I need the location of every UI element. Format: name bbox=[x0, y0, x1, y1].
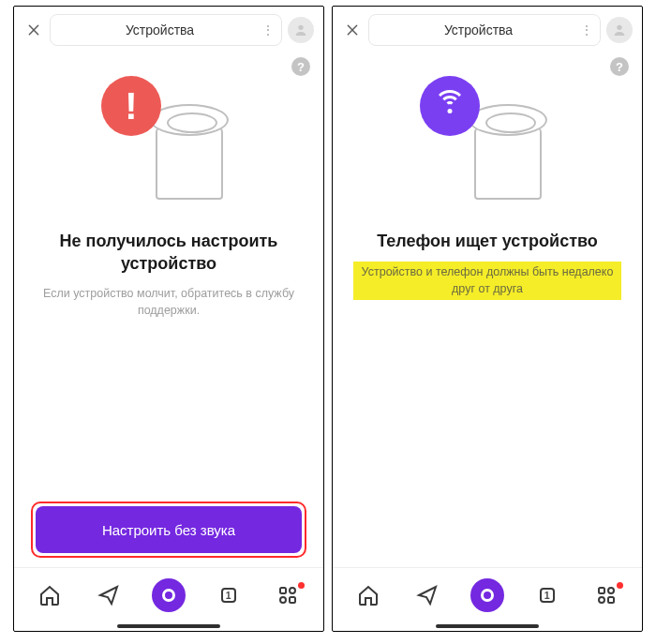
nav-send[interactable] bbox=[407, 577, 448, 614]
svg-rect-10 bbox=[599, 597, 604, 603]
user-icon bbox=[612, 22, 627, 37]
svg-rect-5 bbox=[290, 597, 295, 603]
tabs-count: 1 bbox=[226, 590, 231, 601]
heading: Телефон ищет устройство bbox=[377, 230, 598, 252]
nav-apps[interactable] bbox=[267, 577, 308, 614]
home-icon bbox=[357, 584, 380, 607]
heading: Не получилось настроить устройство bbox=[35, 230, 303, 276]
home-indicator bbox=[14, 622, 323, 631]
kebab-icon[interactable]: ⋮ bbox=[256, 22, 274, 37]
svg-rect-3 bbox=[290, 588, 295, 593]
paper-plane-icon bbox=[416, 584, 439, 607]
nav-apps[interactable] bbox=[586, 577, 627, 614]
help-button[interactable]: ? bbox=[291, 57, 310, 76]
kebab-icon[interactable]: ⋮ bbox=[574, 22, 592, 37]
station-device-icon bbox=[150, 98, 234, 203]
nav-alice[interactable] bbox=[467, 577, 508, 614]
svg-point-6 bbox=[617, 25, 621, 30]
home-indicator bbox=[333, 622, 642, 631]
svg-rect-11 bbox=[608, 597, 614, 603]
close-icon bbox=[345, 22, 360, 37]
svg-rect-4 bbox=[280, 597, 286, 603]
illustration: ! bbox=[75, 76, 262, 207]
bottom-nav: 1 bbox=[333, 567, 642, 622]
wifi-badge bbox=[420, 76, 480, 136]
close-button[interactable] bbox=[342, 20, 363, 40]
page-title-pill[interactable]: Устройства ⋮ bbox=[50, 14, 282, 46]
help-button[interactable]: ? bbox=[610, 57, 629, 76]
svg-rect-2 bbox=[280, 588, 286, 593]
apps-grid-icon bbox=[276, 584, 299, 607]
subtext: Если устройство молчит, обратитесь в слу… bbox=[35, 285, 303, 319]
illustration bbox=[394, 76, 581, 207]
svg-point-0 bbox=[298, 25, 303, 30]
wifi-icon bbox=[434, 90, 466, 122]
header: Устройства ⋮ bbox=[14, 7, 323, 52]
alice-icon bbox=[470, 578, 504, 612]
content-area: ? Телефон ищет устройство Устройство и т… bbox=[333, 52, 642, 503]
home-icon bbox=[38, 584, 61, 607]
content-area: ? ! Не получилось настроить устройство Е… bbox=[14, 52, 323, 502]
phone-left: Устройства ⋮ ? ! Не получилось настроить… bbox=[13, 6, 324, 632]
close-icon bbox=[26, 22, 41, 37]
page-title: Устройства bbox=[64, 22, 256, 37]
close-button[interactable] bbox=[23, 20, 44, 40]
page-title: Устройства bbox=[382, 22, 574, 37]
page-title-pill[interactable]: Устройства ⋮ bbox=[368, 14, 601, 46]
user-icon bbox=[293, 22, 308, 37]
nav-send[interactable] bbox=[88, 577, 129, 614]
avatar[interactable] bbox=[288, 17, 314, 43]
nav-alice[interactable] bbox=[148, 577, 189, 614]
subtext-highlighted: Устройство и телефон должны быть недалек… bbox=[353, 262, 621, 299]
svg-rect-8 bbox=[599, 588, 604, 593]
help-icon: ? bbox=[297, 60, 305, 74]
phone-right: Устройства ⋮ ? Телефон ищет устройство bbox=[332, 6, 643, 632]
error-badge: ! bbox=[101, 76, 161, 136]
exclamation-icon: ! bbox=[125, 87, 137, 125]
help-icon: ? bbox=[616, 60, 623, 74]
notification-dot bbox=[298, 582, 305, 589]
setup-without-sound-button[interactable]: Настроить без звука bbox=[36, 506, 302, 553]
bottom-nav: 1 bbox=[14, 567, 323, 622]
cta-highlight-outline: Настроить без звука bbox=[31, 502, 306, 558]
cta-wrap: Настроить без звука bbox=[14, 502, 323, 567]
apps-grid-icon bbox=[595, 584, 618, 607]
header: Устройства ⋮ bbox=[333, 7, 642, 52]
paper-plane-icon bbox=[97, 584, 120, 607]
avatar[interactable] bbox=[606, 17, 633, 43]
tabs-count: 1 bbox=[544, 590, 550, 601]
nav-home[interactable] bbox=[29, 577, 70, 614]
nav-home[interactable] bbox=[348, 577, 389, 614]
notification-dot bbox=[617, 582, 623, 589]
alice-icon bbox=[152, 578, 186, 612]
nav-tabs[interactable]: 1 bbox=[527, 577, 568, 614]
svg-rect-9 bbox=[608, 588, 614, 593]
nav-tabs[interactable]: 1 bbox=[208, 577, 249, 614]
station-device-icon bbox=[469, 98, 553, 203]
